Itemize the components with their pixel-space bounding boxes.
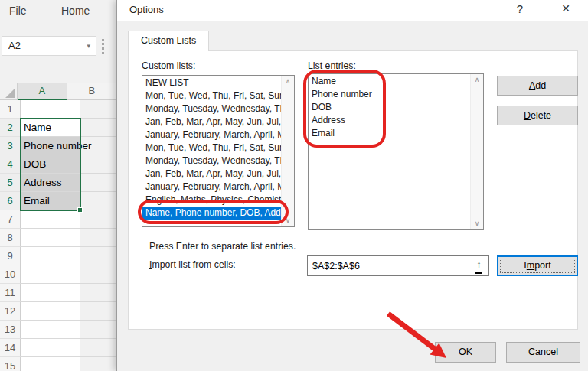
ribbon-tab-home[interactable]: Home — [61, 5, 90, 17]
options-dialog: Options ? ✕ Custom Lists Custom lists: L… — [116, 0, 588, 371]
row-header[interactable]: 15 — [0, 357, 21, 371]
cell-b[interactable] — [80, 321, 117, 339]
cell-b[interactable] — [80, 119, 117, 137]
cell-a[interactable]: Phone number — [21, 137, 80, 155]
cell-a[interactable] — [21, 247, 80, 265]
collapse-dialog-button[interactable]: ↑ — [469, 255, 489, 276]
name-box[interactable]: A2 ▾ — [2, 36, 96, 56]
cell-a[interactable]: DOB — [21, 155, 80, 174]
custom-list-item[interactable]: Jan, Feb, Mar, Apr, May, Jun, Jul, Au — [142, 168, 281, 181]
cell-b[interactable] — [80, 302, 117, 321]
custom-lists-panel: Custom lists: List entries: NEW LISTMon,… — [128, 50, 578, 330]
custom-lists-scrollbar[interactable]: ∧ ∨ — [281, 76, 294, 226]
custom-list-item[interactable]: Monday, Tuesday, Wednesday, Thu — [142, 155, 281, 168]
cell-b[interactable] — [80, 210, 117, 229]
list-entry-item[interactable]: Address — [309, 114, 470, 127]
row-header[interactable]: 7 — [0, 210, 21, 229]
row-header[interactable]: 8 — [0, 229, 21, 247]
cell-a[interactable] — [21, 302, 80, 321]
scroll-down-icon[interactable]: ∨ — [286, 217, 291, 224]
row-header[interactable]: 4 — [0, 155, 21, 174]
cell-b[interactable] — [80, 284, 117, 302]
grid-row: 3Phone number — [0, 137, 117, 155]
row-header[interactable]: 14 — [0, 339, 21, 357]
list-entries-scrollbar[interactable]: ∧ ∨ — [470, 74, 483, 229]
import-cells-input[interactable] — [307, 255, 469, 276]
list-entry-item[interactable]: Phone number — [309, 88, 470, 101]
help-icon[interactable]: ? — [509, 2, 531, 15]
chevron-down-icon[interactable]: ▾ — [87, 37, 90, 55]
column-header-a[interactable]: A — [18, 83, 67, 100]
row-header[interactable]: 3 — [0, 137, 21, 155]
cell-a[interactable] — [21, 357, 80, 371]
custom-list-item[interactable]: Jan, Feb, Mar, Apr, May, Jun, Jul, Au — [142, 116, 281, 129]
cell-a[interactable]: Email — [21, 192, 80, 210]
cell-b[interactable] — [80, 155, 117, 174]
add-button[interactable]: Add — [497, 76, 578, 96]
cell-a[interactable]: Name — [21, 119, 80, 137]
grid-row: 13 — [0, 321, 117, 339]
grid-row: 14 — [0, 339, 117, 357]
cell-a[interactable] — [21, 265, 80, 284]
custom-list-item[interactable]: English, Maths, Physics, Chemistry — [142, 194, 281, 207]
row-header[interactable]: 11 — [0, 284, 21, 302]
close-icon[interactable]: ✕ — [555, 2, 577, 15]
tab-custom-lists[interactable]: Custom Lists — [128, 31, 209, 51]
ribbon-tab-file[interactable]: File — [9, 5, 27, 17]
cell-a[interactable] — [21, 284, 80, 302]
dialog-title: Options — [129, 4, 164, 15]
scroll-down-icon[interactable]: ∨ — [475, 220, 480, 227]
list-entry-item[interactable]: Email — [309, 127, 470, 140]
custom-list-item[interactable]: Monday, Tuesday, Wednesday, Thu — [142, 103, 281, 116]
row-header[interactable]: 2 — [0, 119, 21, 137]
screen: File Home A2 ▾ A B 12Name3Phone number4D… — [0, 0, 588, 371]
row-header[interactable]: 13 — [0, 321, 21, 339]
cell-a[interactable]: Address — [21, 174, 80, 192]
custom-list-item[interactable]: January, February, March, April, M — [142, 129, 281, 142]
custom-lists-listbox[interactable]: NEW LISTMon, Tue, Wed, Thu, Fri, Sat, Su… — [142, 75, 295, 227]
custom-list-item[interactable]: NEW LIST — [142, 76, 281, 89]
list-entries-listbox[interactable]: NamePhone numberDOBAddressEmail ∧ ∨ — [308, 73, 484, 230]
dialog-titlebar: Options ? ✕ — [117, 0, 588, 21]
custom-list-item[interactable]: Name, Phone number, DOB, Addre — [142, 207, 281, 220]
scroll-up-icon[interactable]: ∧ — [475, 76, 480, 83]
list-entry-item[interactable]: Name — [309, 75, 470, 88]
cell-a[interactable] — [21, 210, 80, 229]
select-all-corner[interactable] — [0, 83, 18, 100]
column-header-b[interactable]: B — [67, 83, 117, 100]
custom-lists-label: Custom lists: — [142, 60, 195, 71]
row-header[interactable]: 1 — [0, 100, 21, 119]
cell-a[interactable] — [21, 229, 80, 247]
press-enter-hint: Press Enter to separate list entries. — [149, 241, 296, 252]
custom-list-item[interactable]: Mon, Tue, Wed, Thu, Fri, Sat, Sun — [142, 142, 281, 155]
cell-b[interactable] — [80, 339, 117, 357]
custom-list-item[interactable]: Mon, Tue, Wed, Thu, Fri, Sat, Sun — [142, 89, 281, 103]
collapse-dialog-icon: ↑ — [475, 257, 482, 274]
grid-row: 2Name — [0, 119, 117, 137]
ok-button[interactable]: OK — [435, 342, 496, 363]
cancel-button[interactable]: Cancel — [506, 342, 580, 363]
cell-b[interactable] — [80, 247, 117, 265]
row-header[interactable]: 5 — [0, 174, 21, 192]
delete-button[interactable]: Delete — [497, 106, 578, 125]
list-entry-item[interactable]: DOB — [309, 101, 470, 114]
row-header[interactable]: 6 — [0, 192, 21, 210]
import-button[interactable]: Import — [497, 255, 578, 276]
cell-a[interactable] — [21, 100, 80, 119]
scroll-up-icon[interactable]: ∧ — [286, 78, 291, 85]
cell-b[interactable] — [80, 265, 117, 284]
cell-b[interactable] — [80, 100, 117, 119]
cell-b[interactable] — [80, 357, 117, 371]
name-box-value: A2 — [8, 40, 21, 51]
cell-b[interactable] — [80, 192, 117, 210]
cell-b[interactable] — [80, 174, 117, 192]
cell-b[interactable] — [80, 229, 117, 247]
grid-rows: 12Name3Phone number4DOB5Address6Email789… — [0, 100, 117, 371]
row-header[interactable]: 12 — [0, 302, 21, 321]
cell-a[interactable] — [21, 321, 80, 339]
custom-list-item[interactable]: January, February, March, April, M — [142, 181, 281, 194]
row-header[interactable]: 10 — [0, 265, 21, 284]
row-header[interactable]: 9 — [0, 247, 21, 265]
cell-a[interactable] — [21, 339, 80, 357]
grid-row: 9 — [0, 247, 117, 265]
